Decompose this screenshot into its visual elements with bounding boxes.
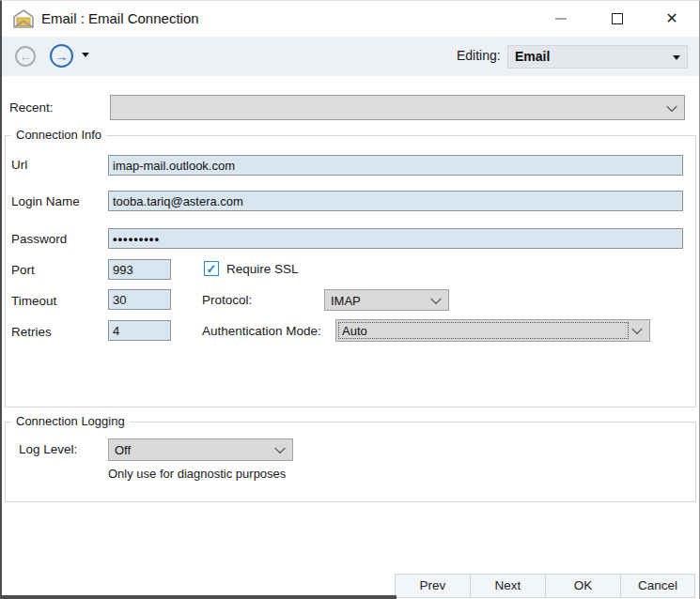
ok-button[interactable]: OK xyxy=(545,574,621,598)
port-input[interactable] xyxy=(108,259,171,280)
forward-dropdown-caret-icon[interactable] xyxy=(82,53,89,57)
require-ssl-checkbox[interactable]: ✓ xyxy=(204,261,219,276)
retries-input[interactable] xyxy=(108,320,171,341)
authentication-mode-dropdown[interactable]: Auto xyxy=(335,319,650,342)
url-label: Url xyxy=(11,158,27,172)
editing-dropdown-value: Email xyxy=(515,49,550,64)
connection-logging-legend: Connection Logging xyxy=(11,414,130,428)
retries-label: Retries xyxy=(11,325,52,339)
editing-dropdown[interactable]: Email xyxy=(507,45,688,69)
log-level-dropdown[interactable]: Off xyxy=(108,438,293,461)
login-name-label: Login Name xyxy=(11,194,80,208)
close-icon: ✕ xyxy=(665,11,677,26)
timeout-label: Timeout xyxy=(11,294,56,308)
back-arrow-icon: ← xyxy=(20,51,32,63)
window-title: Email : Email Connection xyxy=(41,1,199,37)
minimize-button[interactable] xyxy=(539,1,583,37)
protocol-dropdown[interactable]: IMAP xyxy=(324,289,449,311)
forward-button[interactable]: → xyxy=(50,44,73,68)
authentication-mode-value: Auto xyxy=(342,324,367,338)
recent-dropdown[interactable] xyxy=(110,95,685,120)
email-envelope-icon xyxy=(11,8,36,30)
close-button[interactable]: ✕ xyxy=(650,1,693,37)
log-level-label: Log Level: xyxy=(19,442,77,456)
chevron-down-icon xyxy=(631,324,642,334)
password-input[interactable] xyxy=(108,228,683,249)
login-name-input[interactable] xyxy=(108,191,683,211)
protocol-label: Protocol: xyxy=(202,293,252,307)
toolbar: ← → Editing: Email xyxy=(2,37,699,76)
port-label: Port xyxy=(11,263,35,277)
email-connection-dialog: Email : Email Connection ✕ ← → Editing: … xyxy=(0,0,700,599)
connection-logging-group: Connection Logging xyxy=(5,422,696,502)
maximize-icon xyxy=(612,13,623,24)
recent-label: Recent: xyxy=(9,100,54,115)
chevron-down-icon xyxy=(673,55,680,60)
maximize-button[interactable] xyxy=(596,1,639,37)
url-input[interactable] xyxy=(108,155,683,176)
editing-label: Editing: xyxy=(457,48,501,63)
cancel-button[interactable]: Cancel xyxy=(620,574,695,598)
log-level-value: Off xyxy=(115,443,131,457)
focus-rectangle xyxy=(338,322,629,339)
require-ssl-label: Require SSL xyxy=(226,262,299,276)
back-button[interactable]: ← xyxy=(15,46,36,67)
prev-button[interactable]: Prev xyxy=(395,574,471,598)
password-label: Password xyxy=(11,232,67,246)
checkmark-icon: ✓ xyxy=(207,263,217,275)
log-level-note: Only use for diagnostic purposes xyxy=(108,467,286,481)
chevron-down-icon xyxy=(430,293,441,303)
chevron-down-icon xyxy=(666,100,677,111)
title-bar: Email : Email Connection ✕ xyxy=(2,1,699,37)
chevron-down-icon xyxy=(274,443,285,453)
protocol-dropdown-value: IMAP xyxy=(331,293,361,307)
authentication-mode-label: Authentication Mode: xyxy=(202,324,321,338)
window-bottom-border xyxy=(2,595,397,599)
minimize-icon xyxy=(555,18,567,20)
connection-info-legend: Connection Info xyxy=(11,128,106,142)
forward-arrow-icon: → xyxy=(55,50,69,63)
timeout-input[interactable] xyxy=(108,289,171,310)
next-button[interactable]: Next xyxy=(470,574,546,598)
